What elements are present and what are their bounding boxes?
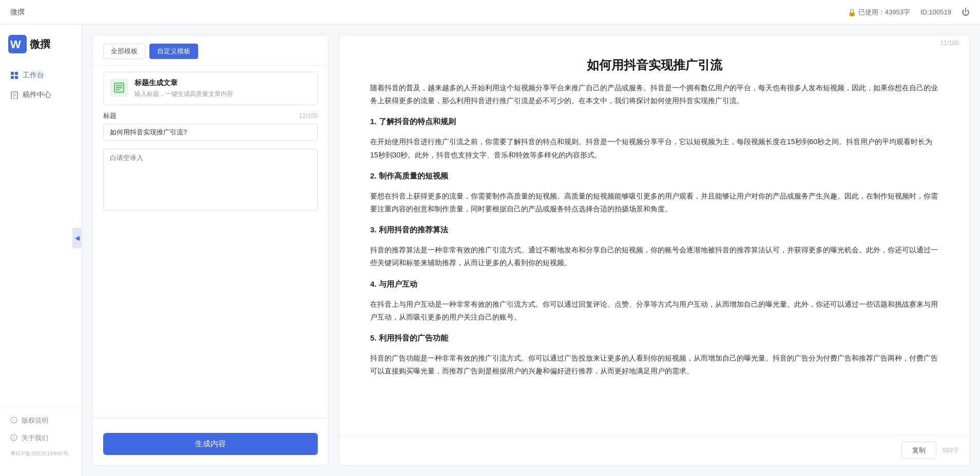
section-para-5: 抖音的广告功能是一种非常有效的推广引流方式。你可以通过广告投放来让更多的人看到你… <box>370 352 938 378</box>
icp-text: 粤ICP备2022018946号 <box>0 447 82 461</box>
svg-rect-4 <box>11 76 14 79</box>
usage-info: 🔒 已使用：43953字 <box>848 8 910 17</box>
keywords-field <box>103 149 318 212</box>
section-para-2: 要想在抖音上获得更多的流量，你需要制作高质量的短视频。高质量的短视频能够吸引更多… <box>370 190 938 215</box>
form-area: 标题 12/100 <box>93 111 328 414</box>
topbar-title: 微撰 <box>10 8 25 17</box>
sidebar-bottom: © 版权说明 关于我们 粤ICP备2022018946号 <box>0 406 82 466</box>
sidebar-item-about[interactable]: 关于我们 <box>0 429 82 447</box>
topbar-right: 🔒 已使用：43953字 ID:100519 ⏻ <box>848 8 970 17</box>
title-input[interactable] <box>103 124 318 141</box>
template-card-icon <box>110 78 128 97</box>
section-para-3: 抖音的推荐算法是一种非常有效的推广引流方式。通过不断地发布和分享自己的短视频，你… <box>370 244 938 269</box>
template-card-desc: 输入标题，一键生成高质量文章内容 <box>134 90 311 98</box>
template-list: 标题生成文章 输入标题，一键生成高质量文章内容 <box>93 66 328 111</box>
drafts-icon <box>10 91 18 99</box>
logo-text: 微撰 <box>30 37 50 51</box>
sidebar-item-copyright[interactable]: © 版权说明 <box>0 412 82 429</box>
article-intro: 随着抖音的普及，越来越多的人开始利用这个短视频分享平台来推广自己的产品或服务。抖… <box>370 82 938 107</box>
main-layout: W 微撰 工作台 稿件中心 © 版权说明 <box>0 25 980 476</box>
sidebar-item-drafts[interactable]: 稿件中心 <box>0 85 82 105</box>
svg-text:©: © <box>13 419 16 422</box>
sidebar-nav: 工作台 稿件中心 <box>0 66 82 406</box>
generate-btn-area: 生成内容 <box>93 427 328 465</box>
form-divider <box>93 418 328 419</box>
template-card-title-article[interactable]: 标题生成文章 输入标题，一键生成高质量文章内容 <box>103 72 318 105</box>
drafts-label: 稿件中心 <box>23 90 51 100</box>
template-card-title-text: 标题生成文章 <box>134 78 311 88</box>
generate-btn[interactable]: 生成内容 <box>103 433 318 455</box>
tab-custom-templates[interactable]: 自定义模板 <box>149 44 198 59</box>
svg-rect-5 <box>15 76 18 79</box>
copyright-label: 版权说明 <box>22 416 48 425</box>
sidebar-collapse-btn[interactable]: ◀ <box>72 228 82 248</box>
copyright-icon: © <box>10 417 17 425</box>
usage-text: 已使用：43953字 <box>858 8 910 17</box>
title-field: 标题 12/100 <box>103 111 318 141</box>
topbar: 微撰 🔒 已使用：43953字 ID:100519 ⏻ <box>0 0 980 25</box>
article-body: 随着抖音的普及，越来越多的人开始利用这个短视频分享平台来推广自己的产品或服务。抖… <box>339 82 969 435</box>
right-panel: 11/100 如何用抖音实现推广引流 随着抖音的普及，越来越多的人开始利用这个短… <box>339 35 970 466</box>
content-area: 全部模板 自定义模板 标题生成文章 输入标题，一键生成高质量文章内容 <box>82 25 980 476</box>
user-id: ID:100519 <box>920 8 951 16</box>
sidebar-logo: W 微撰 <box>0 35 82 66</box>
workbench-icon <box>10 71 18 80</box>
section-para-4: 在抖音上与用户互动是一种非常有效的推广引流方式。你可以通过回复评论、点赞、分享等… <box>370 298 938 324</box>
svg-rect-2 <box>11 72 14 75</box>
section-title-5: 5. 利用抖音的广告功能 <box>370 331 938 345</box>
logo-w-icon: W <box>8 35 27 53</box>
sidebar-item-workbench[interactable]: 工作台 <box>0 66 82 85</box>
section-title-2: 2. 制作高质量的短视频 <box>370 169 938 183</box>
svg-rect-3 <box>15 72 18 75</box>
left-panel: 全部模板 自定义模板 标题生成文章 输入标题，一键生成高质量文章内容 <box>92 35 329 466</box>
svg-point-14 <box>13 435 14 436</box>
section-title-4: 4. 与用户互动 <box>370 277 938 291</box>
section-title-3: 3. 利用抖音的推荐算法 <box>370 223 938 236</box>
power-icon[interactable]: ⏻ <box>962 8 970 17</box>
about-label: 关于我们 <box>22 433 48 443</box>
section-para-1: 在开始使用抖音进行推广引流之前，你需要了解抖音的特点和规则。抖音是一个短视频分享… <box>370 135 938 161</box>
workbench-label: 工作台 <box>23 71 44 80</box>
title-counter: 12/100 <box>299 112 318 120</box>
tab-all-templates[interactable]: 全部模板 <box>103 44 145 59</box>
article-page-num: 11/100 <box>339 35 969 47</box>
template-card-info: 标题生成文章 输入标题，一键生成高质量文章内容 <box>134 78 311 98</box>
lock-icon: 🔒 <box>848 8 856 16</box>
title-label-row: 标题 12/100 <box>103 111 318 121</box>
article-title: 如何用抖音实现推广引流 <box>339 47 969 82</box>
template-tabs: 全部模板 自定义模板 <box>93 35 328 66</box>
section-title-1: 1. 了解抖音的特点和规则 <box>370 114 938 128</box>
title-label: 标题 <box>103 111 117 121</box>
copy-button[interactable]: 复制 <box>901 442 936 459</box>
keywords-textarea[interactable] <box>103 149 318 210</box>
article-footer: 复制 693字 <box>339 435 969 465</box>
word-count: 693字 <box>943 446 959 455</box>
sidebar: W 微撰 工作台 稿件中心 © 版权说明 <box>0 25 82 476</box>
svg-text:W: W <box>10 38 21 51</box>
about-icon <box>10 434 17 443</box>
